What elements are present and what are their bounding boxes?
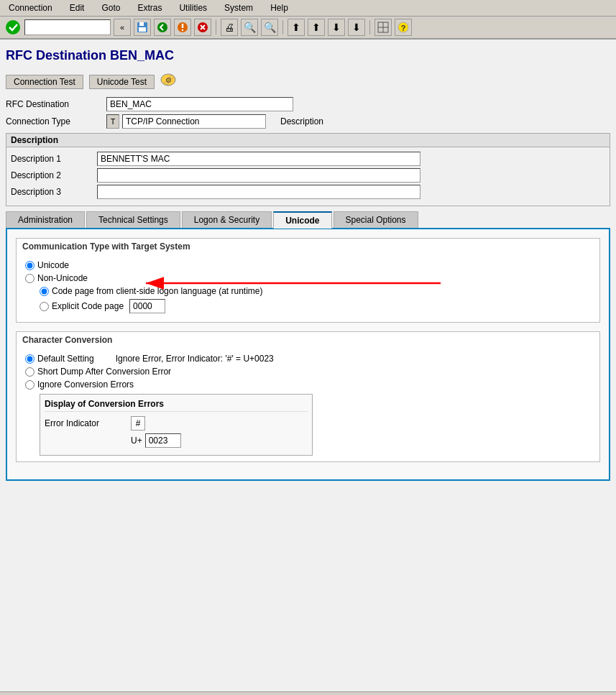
- error-indicator-label: Error Indicator: [45, 418, 131, 428]
- non-unicode-radio[interactable]: [25, 274, 35, 283]
- back-icon[interactable]: [154, 19, 171, 36]
- menu-extras[interactable]: Extras: [134, 1, 165, 14]
- error-code-input[interactable]: [145, 433, 181, 448]
- connection-type-code: T: [106, 114, 119, 129]
- description2-input[interactable]: [97, 168, 420, 183]
- char-conversion-section: Character Conversion Default Setting Ign…: [16, 331, 600, 462]
- ignore-errors-row: Ignore Conversion Errors: [25, 379, 591, 390]
- description2-row: Description 2: [11, 168, 605, 183]
- toolbar: « 🖨 🔍 🔍 ⬆ ⬆ ⬇ ⬇: [0, 17, 616, 40]
- explicit-code-page-label: Explicit Code page: [52, 301, 124, 311]
- page-title: RFC Destination BEN_MAC: [6, 45, 610, 66]
- prev-icon[interactable]: ⬆: [308, 19, 325, 36]
- description1-row: Description 1: [11, 152, 605, 166]
- find-icon[interactable]: 🔍: [241, 19, 258, 36]
- error-indicator-row: Error Indicator #: [45, 416, 308, 431]
- default-setting-label: Default Setting: [37, 354, 94, 364]
- unicode-test-button[interactable]: Unicode Test: [89, 75, 155, 89]
- menu-edit[interactable]: Edit: [67, 1, 88, 14]
- description-section: Description Description 1 Description 2 …: [6, 133, 610, 206]
- tabs-container: Administration Technical Settings Logon …: [6, 211, 610, 228]
- code-page-client-radio[interactable]: [40, 287, 49, 296]
- rfc-destination-input[interactable]: [106, 97, 293, 111]
- svg-text:⚙: ⚙: [165, 76, 172, 84]
- nav-back-icon[interactable]: «: [114, 19, 131, 36]
- menu-utilities[interactable]: Utilities: [176, 1, 210, 14]
- default-setting-description: Ignore Error, Error Indicator: '#' = U+0…: [116, 354, 274, 364]
- code-page-client-row: Code page from client-side logon languag…: [40, 286, 591, 296]
- menu-bar: Connection Edit Goto Extras Utilities Sy…: [0, 0, 616, 17]
- svg-point-4: [157, 22, 167, 32]
- short-dump-label: Short Dump After Conversion Error: [37, 367, 171, 377]
- non-unicode-radio-row: Non-Unicode: [25, 273, 591, 283]
- tab-unicode[interactable]: Unicode: [273, 211, 331, 229]
- short-dump-radio[interactable]: [25, 367, 35, 377]
- error-display-title: Display of Conversion Errors: [45, 399, 308, 412]
- description-section-header: Description: [6, 134, 610, 147]
- menu-help[interactable]: Help: [267, 1, 291, 14]
- short-dump-row: Short Dump After Conversion Error: [25, 367, 591, 377]
- svg-text:?: ?: [401, 24, 406, 32]
- explicit-code-page-radio[interactable]: [40, 302, 49, 311]
- print-icon[interactable]: 🖨: [221, 19, 238, 36]
- rfc-destination-row: RFC Destination: [6, 97, 610, 111]
- next-icon[interactable]: ⬇: [328, 19, 345, 36]
- svg-rect-3: [139, 27, 146, 32]
- description3-input[interactable]: [97, 185, 420, 199]
- comm-type-title: Communication Type with Target System: [17, 239, 599, 254]
- cancel-icon[interactable]: [194, 19, 211, 36]
- description-field-label: Description: [280, 116, 323, 126]
- description2-label: Description 2: [11, 170, 97, 180]
- non-unicode-radio-label: Non-Unicode: [37, 273, 88, 283]
- menu-goto[interactable]: Goto: [98, 1, 123, 14]
- connection-type-row: Connection Type T Description: [6, 114, 610, 129]
- sub-options: Code page from client-side logon languag…: [40, 286, 591, 313]
- explicit-code-page-row: Explicit Code page: [40, 299, 591, 313]
- char-conversion-title: Character Conversion: [17, 332, 599, 348]
- unicode-radio-label: Unicode: [37, 260, 69, 270]
- comm-type-body: Unicode Non-Unicode Code page from clien…: [17, 254, 599, 322]
- toolbar-input[interactable]: [24, 19, 111, 35]
- tab-administration[interactable]: Administration: [6, 211, 85, 229]
- u-plus-row: U+: [45, 433, 308, 448]
- description-section-body: Description 1 Description 2 Description …: [6, 147, 610, 206]
- tab-special-options[interactable]: Special Options: [334, 211, 418, 229]
- unicode-radio-row: Unicode: [25, 260, 591, 270]
- code-page-client-label: Code page from client-side logon languag…: [52, 286, 263, 296]
- description3-label: Description 3: [11, 187, 97, 197]
- find-next-icon[interactable]: 🔍: [261, 19, 278, 36]
- description1-input[interactable]: [97, 152, 420, 166]
- description1-label: Description 1: [11, 154, 97, 164]
- hash-symbol: #: [131, 416, 145, 431]
- error-display-box: Display of Conversion Errors Error Indic…: [40, 394, 313, 456]
- description3-row: Description 3: [11, 185, 605, 199]
- char-conversion-body: Default Setting Ignore Error, Error Indi…: [17, 348, 599, 461]
- save-icon[interactable]: [134, 19, 151, 36]
- svg-point-7: [182, 29, 183, 31]
- stop-icon[interactable]: [174, 19, 191, 36]
- default-setting-radio[interactable]: [25, 354, 35, 364]
- svg-point-0: [6, 20, 20, 34]
- explicit-code-input[interactable]: [129, 299, 165, 313]
- tab-technical-settings[interactable]: Technical Settings: [86, 211, 180, 229]
- tab-logon-security[interactable]: Logon & Security: [182, 211, 272, 229]
- first-icon[interactable]: ⬆: [288, 19, 305, 36]
- connection-type-input[interactable]: [122, 114, 266, 129]
- layout-icon[interactable]: [374, 19, 392, 36]
- connection-test-button[interactable]: Connection Test: [6, 75, 83, 89]
- check-icon[interactable]: [4, 19, 22, 36]
- page-content: RFC Destination BEN_MAC Connection Test …: [0, 40, 616, 691]
- last-icon[interactable]: ⬇: [348, 19, 365, 36]
- ignore-errors-label: Ignore Conversion Errors: [37, 379, 134, 390]
- default-setting-row: Default Setting Ignore Error, Error Indi…: [25, 354, 591, 364]
- action-row: Connection Test Unicode Test ⚙: [6, 72, 610, 91]
- help-icon[interactable]: ?: [395, 19, 412, 36]
- ignore-errors-radio[interactable]: [25, 380, 35, 390]
- unicode-radio[interactable]: [25, 261, 35, 270]
- menu-system[interactable]: System: [221, 1, 256, 14]
- menu-connection[interactable]: Connection: [6, 1, 55, 14]
- rfc-destination-label: RFC Destination: [6, 99, 106, 109]
- info-icon: ⚙: [160, 72, 176, 91]
- comm-type-section: Communication Type with Target System Un…: [16, 238, 600, 323]
- connection-type-label: Connection Type: [6, 116, 106, 126]
